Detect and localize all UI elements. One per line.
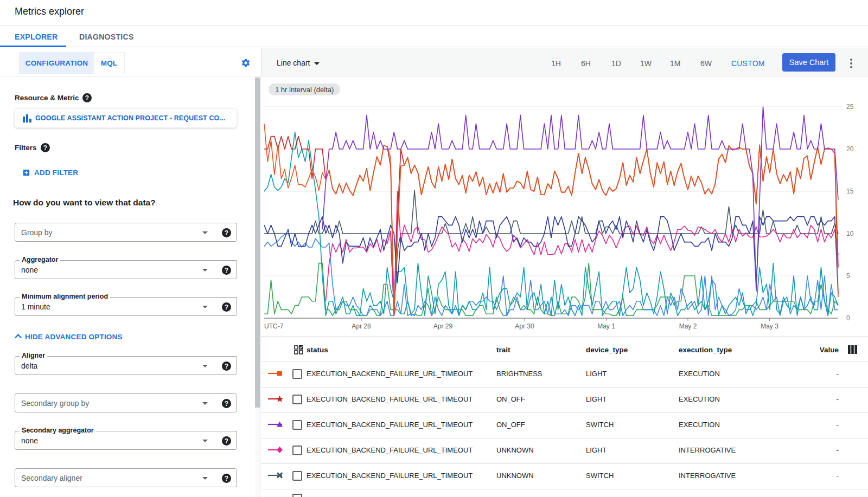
svg-text:10: 10 (846, 230, 854, 237)
svg-text:UTC-7: UTC-7 (264, 322, 284, 330)
svg-text:25: 25 (846, 103, 854, 111)
svg-text:15: 15 (846, 188, 854, 195)
svg-text:May 2: May 2 (679, 322, 697, 330)
svg-text:0: 0 (846, 314, 850, 322)
svg-text:Apr 30: Apr 30 (515, 322, 534, 330)
svg-text:Apr 28: Apr 28 (352, 322, 371, 330)
svg-text:5: 5 (846, 272, 850, 280)
svg-text:Apr 29: Apr 29 (433, 322, 453, 330)
svg-text:May 1: May 1 (597, 322, 615, 330)
svg-text:May 3: May 3 (761, 322, 778, 330)
svg-text:20: 20 (846, 145, 854, 153)
